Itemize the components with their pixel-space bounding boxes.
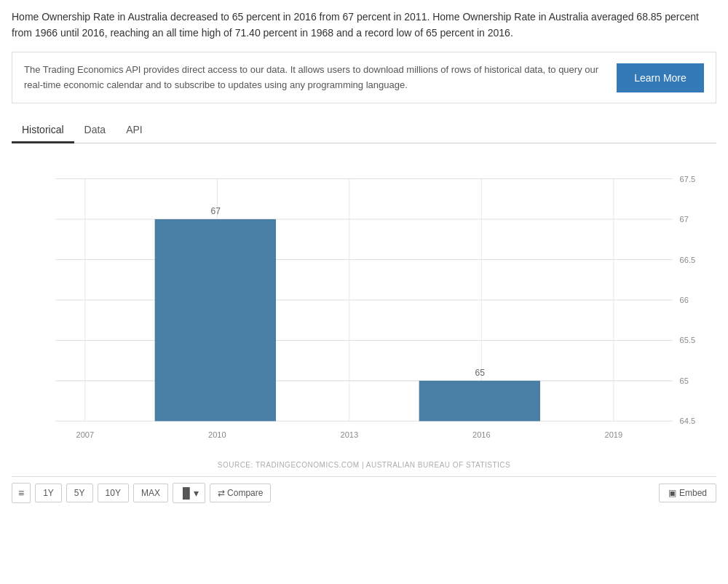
svg-text:66: 66 — [680, 296, 689, 304]
page-wrapper: Home Ownership Rate in Australia decreas… — [0, 0, 728, 515]
tab-historical[interactable]: Historical — [12, 118, 74, 143]
chart-container: 67 65 67.5 67 66.5 66 65.5 65 64.5 2007 … — [12, 151, 716, 457]
toolbar-left: ≡ 1Y 5Y 10Y MAX ▐▌▾ ⇄ Compare — [12, 483, 659, 503]
svg-text:67.5: 67.5 — [680, 175, 696, 184]
api-banner-text: The Trading Economics API provides direc… — [24, 63, 602, 93]
svg-text:67: 67 — [680, 215, 689, 224]
learn-more-button[interactable]: Learn More — [617, 63, 704, 92]
svg-text:65.5: 65.5 — [680, 336, 696, 345]
svg-text:64.5: 64.5 — [680, 417, 696, 426]
bar-2016 — [419, 381, 540, 421]
source-text: SOURCE: TRADINGECONOMICS.COM | AUSTRALIA… — [12, 461, 716, 469]
chart-type-button[interactable]: ▐▌▾ — [173, 483, 205, 503]
tabs-row: Historical Data API — [12, 118, 716, 143]
10y-button[interactable]: 10Y — [98, 484, 129, 502]
svg-text:2016: 2016 — [472, 430, 491, 439]
description-text: Home Ownership Rate in Australia decreas… — [12, 9, 716, 42]
svg-text:67: 67 — [211, 206, 221, 216]
chart-type-icon: ▐▌▾ — [179, 487, 199, 499]
svg-text:2013: 2013 — [341, 430, 359, 439]
1y-button[interactable]: 1Y — [35, 484, 62, 502]
5y-button[interactable]: 5Y — [66, 484, 93, 502]
svg-text:65: 65 — [680, 376, 689, 385]
max-button[interactable]: MAX — [133, 484, 168, 502]
embed-button[interactable]: ▣ Embed — [659, 484, 716, 502]
bottom-toolbar: ≡ 1Y 5Y 10Y MAX ▐▌▾ ⇄ Compare ▣ Embed — [12, 476, 716, 506]
compare-icon: ⇄ — [218, 488, 227, 498]
tab-data[interactable]: Data — [74, 118, 116, 143]
svg-text:2019: 2019 — [605, 430, 623, 439]
svg-text:66.5: 66.5 — [680, 256, 696, 264]
compare-button[interactable]: ⇄ Compare — [210, 484, 272, 502]
embed-icon: ▣ — [668, 488, 676, 498]
lines-icon-button[interactable]: ≡ — [12, 483, 31, 503]
svg-text:2007: 2007 — [76, 430, 95, 439]
api-banner: The Trading Economics API provides direc… — [12, 52, 716, 104]
svg-text:2010: 2010 — [208, 430, 226, 439]
tab-api[interactable]: API — [116, 118, 153, 143]
chart-svg: 67 65 67.5 67 66.5 66 65.5 65 64.5 2007 … — [12, 151, 716, 457]
svg-text:65: 65 — [475, 368, 486, 378]
bar-2010 — [155, 219, 276, 421]
